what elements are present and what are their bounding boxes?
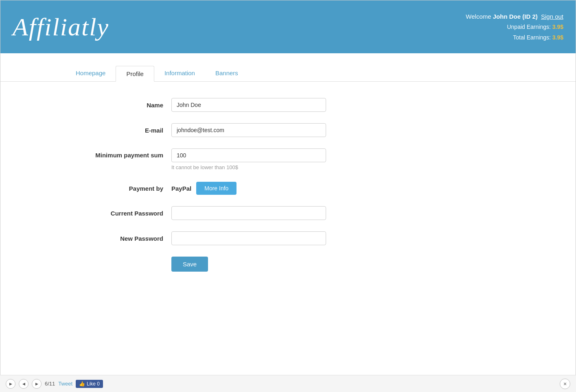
unpaid-value: 3.9$	[552, 24, 563, 30]
like-button[interactable]: 👍 Like 0	[76, 380, 103, 388]
slide-counter: 6/11	[45, 381, 55, 387]
min-payment-row: Minimum payment sum It cannot be lower t…	[66, 148, 510, 170]
tab-homepage[interactable]: Homepage	[66, 65, 116, 82]
unpaid-label: Unpaid Earnings:	[507, 24, 550, 30]
close-button[interactable]: ×	[560, 379, 570, 389]
payment-by-row: Payment by PayPal More Info	[66, 182, 510, 195]
tab-profile[interactable]: Profile	[116, 66, 154, 82]
total-value: 3.9$	[552, 34, 563, 41]
header: Affiliatly Welcome John Doe (ID 2) Sign …	[0, 0, 576, 53]
payment-method: PayPal	[171, 185, 191, 192]
name-row: Name	[66, 98, 510, 112]
min-payment-label: Minimum payment sum	[66, 148, 171, 159]
thumbs-up-icon: 👍	[79, 381, 85, 387]
play-icon	[9, 381, 12, 386]
save-row: Save	[171, 257, 510, 272]
total-earnings-line: Total Earnings: 3.9$	[466, 33, 563, 43]
next-icon	[35, 381, 38, 386]
payment-by-label: Payment by	[66, 185, 171, 192]
min-payment-input-group: It cannot be lower than 100$	[171, 148, 326, 170]
welcome-line: Welcome John Doe (ID 2) Sign out	[466, 11, 563, 22]
tab-information[interactable]: Information	[154, 65, 205, 82]
new-password-label: New Password	[66, 235, 171, 242]
next-button[interactable]	[32, 379, 42, 389]
profile-form: Name E-mail Minimum payment sum It canno…	[0, 82, 576, 392]
play-button[interactable]	[6, 379, 15, 389]
more-info-button[interactable]: More Info	[196, 182, 237, 195]
new-password-row: New Password	[66, 231, 510, 245]
logo: Affiliatly	[13, 13, 109, 41]
tab-banners[interactable]: Banners	[205, 65, 248, 82]
save-button[interactable]: Save	[171, 257, 208, 272]
total-label: Total Earnings:	[513, 34, 551, 41]
sign-out-link[interactable]: Sign out	[541, 13, 563, 20]
new-password-input[interactable]	[171, 231, 326, 245]
unpaid-earnings-line: Unpaid Earnings: 3.9$	[466, 22, 563, 32]
like-count: Like 0	[87, 381, 100, 387]
email-input[interactable]	[171, 123, 326, 137]
name-label: Name	[66, 102, 171, 109]
prev-icon	[22, 381, 25, 386]
tabs-bar: Homepage Profile Information Banners	[0, 53, 576, 82]
payment-content: PayPal More Info	[171, 182, 237, 195]
current-password-label: Current Password	[66, 210, 171, 217]
content-area: Homepage Profile Information Banners Nam…	[0, 53, 576, 392]
user-name: John Doe (ID 2)	[493, 13, 538, 20]
prev-button[interactable]	[19, 379, 28, 389]
tweet-link[interactable]: Tweet	[58, 381, 72, 387]
bottom-bar: 6/11 Tweet 👍 Like 0 ×	[0, 375, 576, 392]
name-input[interactable]	[171, 98, 326, 112]
min-payment-input[interactable]	[171, 148, 326, 162]
min-payment-hint: It cannot be lower than 100$	[171, 164, 326, 170]
current-password-row: Current Password	[66, 206, 510, 220]
email-label: E-mail	[66, 127, 171, 134]
current-password-input[interactable]	[171, 206, 326, 220]
email-row: E-mail	[66, 123, 510, 137]
header-right: Welcome John Doe (ID 2) Sign out Unpaid …	[466, 11, 563, 42]
